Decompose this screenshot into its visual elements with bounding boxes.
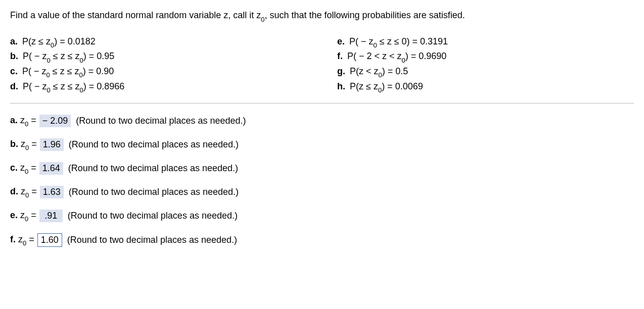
answer-a-var: z	[20, 115, 25, 125]
label-b: b.	[10, 51, 18, 61]
answer-d: d. z0 = 1.63 (Round to two decimal place…	[10, 186, 634, 198]
label-c: c.	[10, 66, 18, 76]
label-e: e.	[337, 36, 345, 46]
label-h: h.	[337, 81, 345, 91]
intro-sub: 0	[261, 16, 264, 23]
answer-d-var: z	[21, 186, 25, 196]
answer-a-hint: (Round to two decimal places as needed.)	[76, 116, 246, 126]
expr-g: P(z < z0) = 0.5	[350, 66, 408, 76]
problem-g: g. P(z < z0) = 0.5	[337, 66, 634, 78]
answer-e: e. z0 = .91 (Round to two decimal places…	[10, 210, 634, 222]
answer-f-var: z	[18, 234, 23, 244]
answer-e-hint: (Round to two decimal places as needed.)	[68, 211, 238, 221]
problem-col-left: a. P(z ≤ z0) = 0.0182 b. P( − z0 ≤ z ≤ z…	[10, 33, 307, 96]
answer-b-var: z	[21, 139, 25, 149]
answer-b-input[interactable]: 1.96	[40, 138, 64, 151]
answer-f-hint: (Round to two decimal places as needed.)	[67, 235, 237, 245]
answer-f: f. z0 = 1.60 (Round to two decimal place…	[10, 233, 634, 247]
expr-h: P(z ≤ z0) = 0.0069	[350, 81, 423, 91]
label-f: f.	[337, 51, 343, 61]
problem-d: d. P( − z0 ≤ z ≤ z0) = 0.8966	[10, 81, 307, 93]
problem-b: b. P( − z0 ≤ z ≤ z0) = 0.95	[10, 51, 307, 63]
answers: a. z0 = − 2.09 (Round to two decimal pla…	[10, 115, 634, 247]
answer-d-input[interactable]: 1.63	[40, 186, 64, 198]
answer-a: a. z0 = − 2.09 (Round to two decimal pla…	[10, 115, 634, 127]
answer-e-label: e.	[10, 210, 18, 220]
label-d: d.	[10, 81, 18, 91]
problem-columns: a. P(z ≤ z0) = 0.0182 b. P( − z0 ≤ z ≤ z…	[10, 33, 634, 104]
answer-c: c. z0 = 1.64 (Round to two decimal place…	[10, 162, 634, 175]
expr-f: P( − 2 < z < z0) = 0.9690	[347, 51, 446, 61]
expr-d: P( − z0 ≤ z ≤ z0) = 0.8966	[23, 81, 124, 91]
answer-c-var: z	[20, 163, 25, 173]
answer-d-hint: (Round to two decimal places as needed.)	[69, 187, 239, 197]
answer-f-label: f.	[10, 234, 16, 244]
answer-f-input[interactable]: 1.60	[37, 233, 62, 247]
expr-e: P( − z0 ≤ z ≤ 0) = 0.3191	[349, 36, 448, 46]
answer-a-input[interactable]: − 2.09	[39, 115, 71, 127]
problem-intro: Find a value of the standard normal rand…	[10, 9, 634, 23]
problem-c: c. P( − z0 ≤ z ≤ z0) = 0.90	[10, 66, 307, 78]
answer-c-label: c.	[10, 163, 18, 173]
answer-c-input[interactable]: 1.64	[39, 162, 63, 175]
answer-c-hint: (Round to two decimal places as needed.)	[68, 163, 238, 174]
expr-b: P( − z0 ≤ z ≤ z0) = 0.95	[23, 51, 114, 61]
problem-col-right: e. P( − z0 ≤ z ≤ 0) = 0.3191 f. P( − 2 <…	[337, 33, 634, 96]
problem-e: e. P( − z0 ≤ z ≤ 0) = 0.3191	[337, 36, 634, 48]
answer-e-var: z	[20, 210, 25, 220]
answer-b-hint: (Round to two decimal places as needed.)	[69, 139, 239, 150]
answer-b: b. z0 = 1.96 (Round to two decimal place…	[10, 138, 634, 151]
problem-a: a. P(z ≤ z0) = 0.0182	[10, 36, 307, 48]
intro-text-pre: Find a value of the standard normal rand…	[10, 10, 261, 20]
answer-a-label: a.	[10, 115, 18, 125]
intro-text-post: , such that the following probabilities …	[264, 10, 465, 20]
problem-h: h. P(z ≤ z0) = 0.0069	[337, 81, 634, 93]
answer-d-label: d.	[10, 186, 18, 196]
label-a: a.	[10, 36, 18, 46]
answer-b-label: b.	[10, 139, 18, 149]
expr-c: P( − z0 ≤ z ≤ z0) = 0.90	[22, 66, 114, 76]
label-g: g.	[337, 66, 345, 76]
expr-a: P(z ≤ z0) = 0.0182	[22, 36, 96, 46]
answer-e-input[interactable]: .91	[39, 210, 63, 222]
problem-f: f. P( − 2 < z < z0) = 0.9690	[337, 51, 634, 63]
